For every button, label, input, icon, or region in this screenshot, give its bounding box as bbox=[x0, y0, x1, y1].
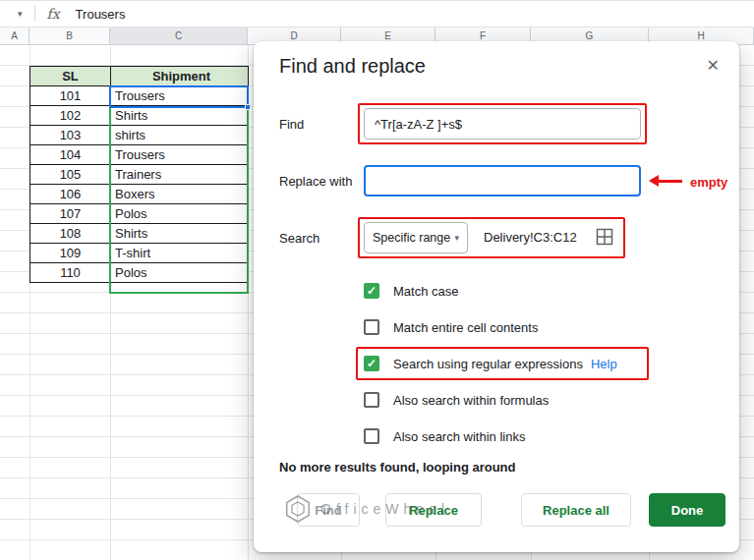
checkbox-match-case[interactable]: ✓ Match case bbox=[364, 280, 458, 302]
cell-sl[interactable]: 107 bbox=[30, 204, 111, 224]
search-range-value[interactable]: Delivery!C3:C12 bbox=[484, 222, 577, 253]
find-label: Find bbox=[279, 117, 304, 132]
table-row: 105 Trainers bbox=[30, 165, 249, 185]
checkbox-box[interactable]: ✓ bbox=[364, 428, 379, 444]
cell-sl[interactable]: 110 bbox=[30, 263, 111, 283]
formula-bar: ▾ fx Trousers bbox=[0, 0, 754, 28]
done-button[interactable]: Done bbox=[649, 493, 725, 527]
search-scope-value: Specific range bbox=[373, 231, 450, 245]
name-box-dropdown-icon[interactable]: ▾ bbox=[18, 9, 23, 19]
checkbox-regex[interactable]: ✓ Search using regular expressions Help bbox=[364, 353, 617, 374]
find-replace-dialog: Find and replace ✕ Find Replace with emp… bbox=[254, 41, 739, 552]
column-header-a[interactable]: A bbox=[0, 28, 29, 45]
cell-sl[interactable]: 108 bbox=[30, 224, 111, 244]
checkbox-box[interactable]: ✓ bbox=[364, 283, 379, 299]
table-row: 102 Shirts bbox=[30, 106, 249, 126]
cell-shipment[interactable]: shirts bbox=[111, 126, 249, 145]
table-row: 110 Polos bbox=[30, 263, 249, 283]
cell-sl[interactable]: 104 bbox=[30, 145, 111, 165]
chevron-down-icon: ▾ bbox=[454, 233, 459, 243]
dialog-title: Find and replace bbox=[279, 55, 426, 78]
cell-shipment[interactable]: Shirts bbox=[111, 106, 249, 126]
cell-sl[interactable]: 103 bbox=[30, 126, 111, 145]
arrow-head-icon bbox=[649, 175, 659, 187]
table-row: 103 shirts bbox=[30, 126, 249, 145]
fx-icon: fx bbox=[47, 6, 60, 22]
table-header-shipment[interactable]: Shipment bbox=[111, 67, 249, 86]
table-header-sl[interactable]: SL bbox=[30, 67, 111, 86]
find-button[interactable]: Find bbox=[297, 493, 360, 527]
replace-all-button[interactable]: Replace all bbox=[521, 493, 631, 527]
check-icon: ✓ bbox=[367, 285, 377, 297]
check-icon: ✓ bbox=[367, 358, 377, 369]
table-header-row: SL Shipment bbox=[30, 67, 249, 86]
search-label: Search bbox=[279, 231, 319, 246]
cell-shipment[interactable]: Trousers bbox=[111, 145, 249, 165]
checkbox-box[interactable]: ✓ bbox=[364, 356, 379, 371]
cell-shipment[interactable]: T-shirt bbox=[111, 244, 249, 263]
checkbox-label: Also search within formulas bbox=[393, 393, 549, 408]
arrow-line bbox=[659, 180, 682, 183]
cell-sl[interactable]: 106 bbox=[30, 185, 111, 204]
checkbox-box[interactable]: ✓ bbox=[364, 392, 379, 408]
cell-shipment[interactable]: Polos bbox=[111, 263, 249, 283]
close-icon[interactable]: ✕ bbox=[707, 56, 720, 75]
formula-bar-divider bbox=[34, 6, 35, 22]
replace-input[interactable] bbox=[364, 165, 641, 196]
table-row: 108 Shirts bbox=[30, 224, 249, 244]
checkbox-label: Match entire cell contents bbox=[393, 320, 538, 335]
spreadsheet-app: ▾ fx Trousers A B C D E F G H SL Shipmen… bbox=[0, 0, 754, 560]
cell-shipment[interactable]: Polos bbox=[111, 204, 249, 224]
select-range-icon[interactable] bbox=[596, 228, 613, 246]
cell-shipment[interactable]: Trainers bbox=[111, 165, 249, 185]
empty-annotation-arrow bbox=[649, 175, 682, 187]
column-header-c[interactable]: C bbox=[110, 28, 248, 45]
checkbox-label: Also search within links bbox=[393, 429, 525, 444]
column-header-b[interactable]: B bbox=[29, 28, 110, 45]
checkbox-label: Match case bbox=[393, 284, 458, 299]
empty-annotation-label: empty bbox=[690, 175, 727, 190]
checkbox-box[interactable]: ✓ bbox=[364, 319, 379, 335]
find-input[interactable] bbox=[364, 108, 641, 140]
checkbox-search-links[interactable]: ✓ Also search within links bbox=[364, 425, 525, 447]
help-link[interactable]: Help bbox=[591, 357, 617, 371]
checkbox-label: Search using regular expressions bbox=[393, 357, 583, 371]
checkbox-match-entire-cell[interactable]: ✓ Match entire cell contents bbox=[364, 316, 538, 338]
cell-sl[interactable]: 109 bbox=[30, 244, 111, 263]
cell-sl[interactable]: 102 bbox=[30, 106, 111, 126]
fill-handle[interactable] bbox=[245, 104, 251, 110]
table-row: 109 T-shirt bbox=[30, 244, 249, 263]
cell-sl[interactable]: 105 bbox=[30, 165, 111, 185]
active-cell-outline bbox=[109, 85, 249, 108]
formula-bar-value[interactable]: Trousers bbox=[76, 7, 126, 22]
checkbox-search-formulas[interactable]: ✓ Also search within formulas bbox=[364, 389, 549, 411]
replace-with-label: Replace with bbox=[279, 174, 352, 189]
table-row: 104 Trousers bbox=[30, 145, 249, 165]
table-row: 107 Polos bbox=[30, 204, 249, 224]
cell-sl[interactable]: 101 bbox=[30, 86, 111, 106]
search-scope-dropdown[interactable]: Specific range ▾ bbox=[364, 222, 468, 253]
replace-button[interactable]: Replace bbox=[385, 493, 482, 527]
status-message: No more results found, looping around bbox=[279, 460, 516, 475]
cell-shipment[interactable]: Shirts bbox=[111, 224, 249, 244]
cell-shipment[interactable]: Boxers bbox=[111, 185, 249, 204]
table-row: 106 Boxers bbox=[30, 185, 249, 204]
